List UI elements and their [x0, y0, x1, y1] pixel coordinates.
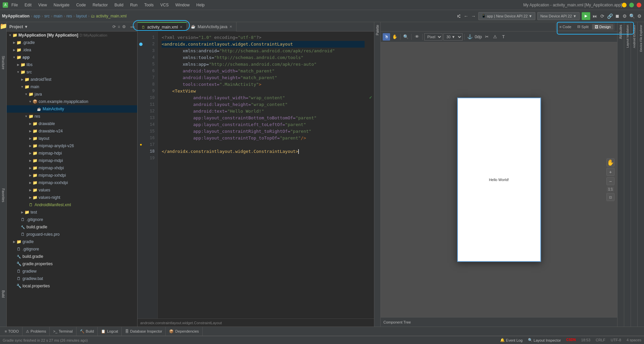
palette-toggle[interactable]: Palette — [374, 22, 381, 327]
tree-androidmanifest[interactable]: ▶ 🗒 AndroidManifest.xml — [7, 201, 137, 209]
event-log-link[interactable]: 🔔 Event Log — [500, 338, 523, 342]
menu-window[interactable]: Window — [174, 2, 191, 8]
tab-close-java[interactable]: ✕ — [229, 25, 232, 28]
tree-mipmap-hdpi[interactable]: ▶ 📁 mipmap-hdpi — [7, 150, 137, 157]
breadcrumb-file[interactable]: 🗂 activity_main.xml — [91, 14, 127, 18]
design-scissors-icon[interactable]: ✂ — [483, 33, 490, 41]
attributes-label[interactable]: Attributes — [619, 25, 623, 39]
maximize-button[interactable] — [629, 3, 634, 7]
menu-file[interactable]: File — [10, 2, 19, 8]
debug-icon[interactable]: ⟳ — [600, 13, 605, 19]
close-button[interactable] — [637, 3, 641, 7]
tab-close-xml[interactable]: ✕ — [180, 25, 182, 29]
run-button[interactable]: ▶ — [582, 12, 590, 20]
tree-proguard[interactable]: ▶ 🗒 proguard-rules.pro — [7, 231, 137, 238]
api-version-select[interactable]: 30 ▼ — [443, 33, 463, 41]
menu-tools[interactable]: Tools — [143, 2, 155, 8]
layout-inspector-link[interactable]: 🔍 Layout Inspector — [528, 338, 561, 342]
tab-todo[interactable]: ≡ TODO — [1, 327, 22, 336]
attributes-panel-toggle[interactable]: Attributes — [617, 22, 624, 327]
view-mode-design[interactable]: 🖼 Design — [592, 24, 613, 30]
tree-drawable-v24[interactable]: ▶ 📁 drawable-v24 — [7, 127, 137, 135]
design-canvas[interactable]: Hello World! ✋ + − 1:1 ⊡ — [381, 42, 617, 317]
menu-help[interactable]: Help — [195, 2, 206, 8]
breadcrumb-src[interactable]: src — [44, 14, 50, 18]
stop-icon[interactable]: ⏹ — [614, 13, 620, 19]
layout-validation-label[interactable]: Layout Validation — [626, 25, 629, 48]
zoom-out-btn[interactable]: − — [606, 177, 614, 185]
back-icon[interactable]: ← — [464, 13, 469, 19]
breadcrumb-layout[interactable]: layout — [76, 14, 87, 18]
design-pan-tool[interactable]: ✋ — [391, 33, 398, 41]
menu-build[interactable]: Build — [113, 2, 125, 8]
search-icon[interactable]: 🔍 — [629, 13, 635, 19]
tree-main[interactable]: ▼ 📁 main — [7, 83, 137, 91]
tree-java[interactable]: ▼ 📁 java — [7, 91, 137, 98]
project-panel-dropdown[interactable]: Project ▼ — [9, 24, 28, 29]
tree-app[interactable]: ▼ 📁 app — [7, 54, 137, 61]
tree-test[interactable]: ▶ 📁 test — [7, 209, 137, 216]
gear-icon2[interactable]: — — [130, 24, 135, 29]
tree-mipmap-xxxhdpi[interactable]: ▶ 📁 mipmap-xxxhdpi — [7, 179, 137, 186]
tree-gradlew[interactable]: ▶ 🗒 gradlew — [7, 268, 137, 275]
android-emulator-panel[interactable]: Android Emulator — [631, 22, 637, 327]
fit-screen-btn[interactable]: ⊡ — [606, 193, 614, 201]
vcs-icon[interactable]: ⑆ — [456, 13, 462, 19]
tree-package[interactable]: ▼ 📦 com.example.myapplication — [7, 98, 137, 105]
tree-values[interactable]: ▶ 📁 values — [7, 186, 137, 194]
breadcrumb-app2[interactable]: app — [34, 14, 40, 18]
tree-local-properties[interactable]: ▶ 🔧 local.properties — [7, 282, 137, 290]
tree-gradlew-bat[interactable]: ▶ 🗒 gradlew.bat — [7, 275, 137, 282]
favorites-side-icon[interactable]: Favorites — [0, 185, 6, 205]
design-zoom-toggle[interactable]: 🔍 — [402, 33, 410, 41]
structure-side-icon[interactable]: Structure — [0, 53, 6, 73]
component-tree-label[interactable]: Component Tree — [383, 320, 411, 324]
device-file-explorer-panel[interactable]: Device File Explorer — [637, 22, 644, 327]
menu-vcs[interactable]: VCS — [159, 2, 170, 8]
menu-edit[interactable]: Edit — [23, 2, 33, 8]
tree-libs[interactable]: ▶ 📁 libs — [7, 61, 137, 68]
tree-drawable[interactable]: ▶ 📁 drawable — [7, 120, 137, 127]
tree-build-gradle[interactable]: ▶ 🔧 build.gradle — [7, 223, 137, 231]
project-panel-icon[interactable]: 📁 — [0, 22, 6, 30]
tree-mipmap-mdpi[interactable]: ▶ 📁 mipmap-mdpi — [7, 157, 137, 164]
menu-code[interactable]: Code — [75, 2, 87, 8]
tree-gitignore-root[interactable]: ▶ 🗒 .gitignore — [7, 245, 137, 253]
tree-gitignore[interactable]: ▶ 🗒 .gitignore — [7, 216, 137, 223]
hand-tool-btn[interactable]: ✋ — [606, 159, 614, 167]
settings-icon2[interactable]: ⚙ — [122, 24, 126, 29]
minimize-button[interactable] — [622, 3, 627, 7]
tree-root[interactable]: ▼ 📁 MyApplication [My Application] D:\My… — [7, 32, 137, 39]
menu-run[interactable]: Run — [129, 2, 139, 8]
view-mode-code[interactable]: ≡ Code — [557, 24, 574, 30]
breadcrumb-res[interactable]: res — [66, 14, 72, 18]
tab-database-inspector[interactable]: 🗄 Database Inspector — [122, 327, 166, 336]
tree-androidtest[interactable]: ▶ 📁 androidTest — [7, 76, 137, 83]
device-selector[interactable]: 📱 app | New Device API 22 ▼ — [478, 12, 535, 20]
gear-icon[interactable]: ⚙ — [637, 13, 642, 19]
tab-terminal[interactable]: >_ Terminal — [50, 327, 76, 336]
layout-validation-panel[interactable]: Layout Validation — [624, 22, 631, 327]
tree-gradle-hidden[interactable]: ▶ 📁 .gradle — [7, 39, 137, 46]
tree-mipmap-anydpi[interactable]: ▶ 📁 mipmap-anydpi-v26 — [7, 142, 137, 150]
design-margin-icon[interactable]: 0dp — [475, 33, 482, 41]
collapse-icon[interactable]: ≡ — [118, 24, 120, 29]
attach-icon[interactable]: 🔗 — [607, 13, 612, 19]
breadcrumb-app[interactable]: MyApplication — [2, 14, 30, 18]
tree-build-gradle-root[interactable]: ▶ 🔧 build.gradle — [7, 253, 137, 260]
tab-build[interactable]: 🔨 Build — [76, 327, 98, 336]
device-select[interactable]: Pixel — [424, 33, 442, 41]
api-selector[interactable]: New Device API 22 ▼ — [537, 12, 580, 20]
tree-layout[interactable]: ▶ 📁 layout — [7, 135, 137, 142]
design-eye-icon[interactable]: 👁 — [413, 33, 421, 41]
tree-res[interactable]: ▼ 📁 res — [7, 113, 137, 120]
tab-dependencies[interactable]: 📦 Dependencies — [166, 327, 202, 336]
tree-values-night[interactable]: ▶ 📁 values-night — [7, 194, 137, 201]
design-constraint-icon[interactable]: ⚓ — [466, 33, 474, 41]
design-warning-icon[interactable]: ⚠ — [491, 33, 499, 41]
tree-gradle-root[interactable]: ▶ 📁 gradle — [7, 238, 137, 245]
build-side-icon[interactable]: Build — [0, 284, 6, 304]
tab-activity-main-xml[interactable]: 🗒 activity_main.xml ✕ — [138, 22, 187, 32]
view-mode-split[interactable]: ⊟ Split — [575, 24, 591, 30]
tree-gradle-properties[interactable]: ▶ 🔧 gradle.properties — [7, 260, 137, 268]
